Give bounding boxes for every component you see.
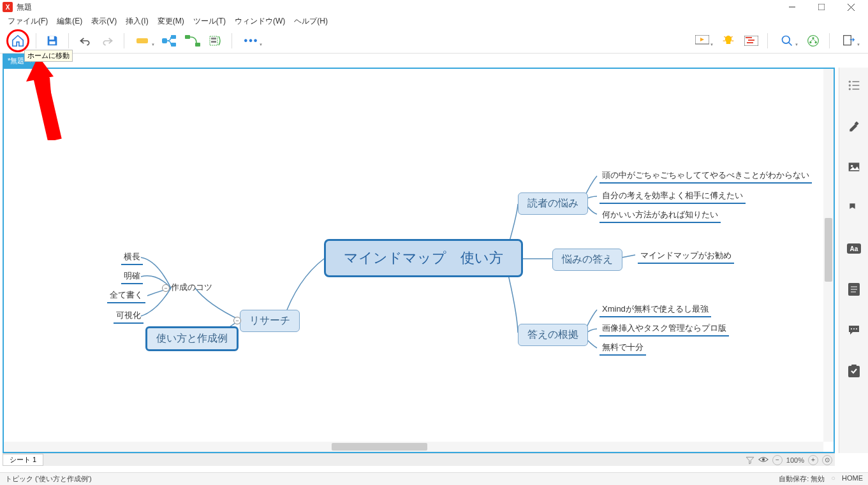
redo-button[interactable] <box>98 31 117 50</box>
undo-button[interactable] <box>75 31 94 50</box>
search-button[interactable]: ▼ <box>774 31 800 50</box>
mindmap-subtopic[interactable]: 全て書く <box>107 288 145 303</box>
scrollbar-thumb[interactable] <box>825 218 832 282</box>
boundary-button[interactable] <box>206 31 225 50</box>
menu-view[interactable]: 表示(V) <box>87 15 121 28</box>
toolbar-separator <box>767 33 768 48</box>
mindmap-subtopic[interactable]: Xmindが無料で使えるし最強 <box>600 302 711 317</box>
export-button[interactable]: ▼ <box>836 31 862 50</box>
toolbar-separator <box>124 33 124 48</box>
horizontal-scrollbar[interactable] <box>4 442 823 452</box>
present-button[interactable]: ▼ <box>689 31 715 50</box>
maximize-button[interactable] <box>807 0 836 14</box>
mindmap-subtopic[interactable]: 明確 <box>121 269 143 284</box>
canvas-area[interactable]: マインドマップ 使い方 読者の悩み 頭の中がごちゃごちゃしててやるべきことがわか… <box>3 68 835 453</box>
toolbar-separator <box>829 33 830 48</box>
scrollbar-thumb[interactable] <box>332 443 427 451</box>
svg-rect-45 <box>851 365 857 367</box>
menu-edit[interactable]: 編集(E) <box>53 15 86 28</box>
sheet-bar: シート 1 − 100% + ⊙ <box>3 453 835 466</box>
marker-panel-icon[interactable] <box>845 199 863 217</box>
menu-help[interactable]: ヘルプ(H) <box>290 15 332 28</box>
menu-window[interactable]: ウィンドウ(W) <box>231 15 289 28</box>
toolbar-separator <box>232 33 232 48</box>
svg-rect-1 <box>818 4 825 10</box>
title-bar: X 無題 <box>0 0 868 14</box>
mindmap-subtopic[interactable]: 頭の中がごちゃごちゃしててやるべきことがわからない <box>600 168 812 184</box>
side-panel: Aa <box>839 68 868 453</box>
gantt-button[interactable] <box>742 31 761 50</box>
window-title: 無題 <box>17 2 32 13</box>
more-button[interactable]: ••• ▼ <box>239 31 264 50</box>
svg-rect-5 <box>49 41 55 44</box>
menu-tools[interactable]: ツール(T) <box>189 15 230 28</box>
status-home[interactable]: HOME <box>842 474 863 484</box>
share-button[interactable] <box>804 31 823 50</box>
collapse-toggle-icon[interactable]: − <box>162 284 170 292</box>
svg-point-19 <box>783 36 790 43</box>
menu-file[interactable]: ファイル(F) <box>4 15 52 28</box>
outline-panel-icon[interactable] <box>845 76 863 94</box>
text-panel-icon[interactable]: Aa <box>845 240 863 257</box>
svg-rect-11 <box>195 43 200 47</box>
home-button[interactable] <box>6 29 29 52</box>
mindmap-topic-answer[interactable]: 悩みの答え <box>552 249 622 271</box>
notes-panel-icon[interactable] <box>845 280 863 298</box>
menu-modify[interactable]: 変更(M) <box>154 15 188 28</box>
svg-rect-4 <box>49 36 54 40</box>
mindmap-topic-reader-worry[interactable]: 読者の悩み <box>518 192 588 215</box>
svg-rect-17 <box>748 40 754 41</box>
svg-point-34 <box>851 165 853 167</box>
mindmap-central-topic[interactable]: マインドマップ 使い方 <box>324 239 523 277</box>
visibility-toggle-icon[interactable] <box>758 456 769 465</box>
mindmap-topic-usage-example[interactable]: 使い方と作成例 <box>145 326 239 351</box>
svg-line-20 <box>789 42 792 45</box>
svg-point-42 <box>853 328 855 329</box>
sheet-tab[interactable]: シート 1 <box>3 454 43 466</box>
mindmap-subtopic[interactable]: 自分の考えを効率よく相手に傅えたい <box>600 189 746 204</box>
zoom-out-button[interactable]: − <box>772 455 783 465</box>
mindmap-subtopic[interactable]: 横長 <box>121 250 143 265</box>
mindmap-subtopic[interactable]: マインドマップがお勧め <box>638 249 734 264</box>
zoom-fit-button[interactable]: ⊙ <box>822 455 832 465</box>
tooltip-home: ホームに移動 <box>24 50 73 62</box>
mindmap-topic-research[interactable]: リサーチ <box>240 310 300 332</box>
collapse-toggle-icon[interactable]: − <box>233 317 241 324</box>
svg-rect-12 <box>211 38 216 40</box>
image-panel-icon[interactable] <box>845 158 863 176</box>
svg-point-26 <box>848 81 850 83</box>
mindmap-subtopic[interactable]: 何かいい方法があれば知りたい <box>600 208 721 223</box>
toolbar: ▼ ••• ▼ ▼ ▼ ▼ <box>0 28 868 54</box>
format-panel-icon[interactable] <box>845 117 863 135</box>
window-controls <box>777 0 865 14</box>
mindmap-subtopic[interactable]: 無料で十分 <box>600 340 646 356</box>
comments-panel-icon[interactable] <box>845 321 863 339</box>
svg-point-30 <box>848 88 850 90</box>
svg-rect-6 <box>136 38 148 43</box>
zoom-controls: − 100% + ⊙ <box>746 455 835 465</box>
mindmap-topic-basis[interactable]: 答えの根拠 <box>518 324 588 346</box>
svg-point-22 <box>812 37 814 39</box>
vertical-scrollbar[interactable] <box>823 69 834 442</box>
svg-point-46 <box>762 458 765 461</box>
menu-insert[interactable]: 挿入(I) <box>122 15 152 28</box>
zoom-in-button[interactable]: + <box>808 455 818 465</box>
relationship-button[interactable] <box>183 31 202 50</box>
close-button[interactable] <box>836 0 865 14</box>
filter-icon[interactable] <box>746 456 754 465</box>
mindmap-subtopic[interactable]: 可視化 <box>114 308 143 324</box>
mindmap-group-tips[interactable]: 作成のコツ <box>171 282 212 293</box>
subtopic-button[interactable] <box>160 31 179 50</box>
status-selection: トピック ('使い方と作成例') <box>5 474 92 484</box>
topic-button[interactable]: ▼ <box>131 31 156 50</box>
svg-rect-7 <box>162 38 167 43</box>
minimize-button[interactable] <box>777 0 807 14</box>
brainstorm-button[interactable] <box>719 31 738 50</box>
svg-rect-8 <box>171 35 176 39</box>
mindmap-subtopic[interactable]: 画像挿入やタスク管理ならプロ版 <box>600 321 729 337</box>
svg-point-28 <box>848 84 850 86</box>
svg-point-23 <box>809 41 811 43</box>
save-button[interactable] <box>43 31 62 50</box>
task-panel-icon[interactable] <box>845 362 863 380</box>
svg-rect-16 <box>746 37 752 38</box>
